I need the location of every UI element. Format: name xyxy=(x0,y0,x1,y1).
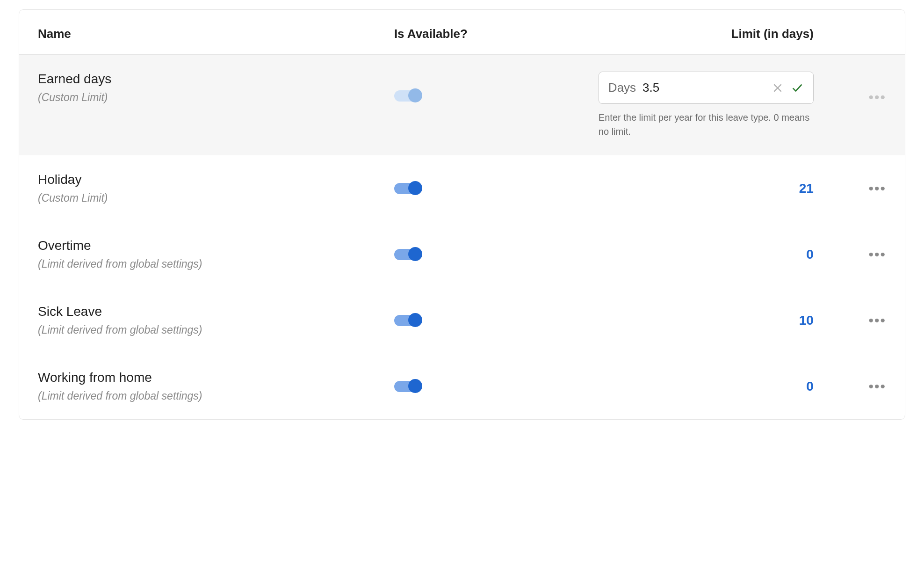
leave-subtitle: (Custom Limit) xyxy=(38,192,394,204)
available-toggle[interactable] xyxy=(394,90,420,102)
leave-name: Working from home xyxy=(38,370,394,385)
table-row: Holiday (Custom Limit) 21 ••• xyxy=(19,155,905,221)
cancel-icon[interactable] xyxy=(771,81,784,95)
available-toggle[interactable] xyxy=(394,249,420,260)
header-name: Name xyxy=(38,27,71,41)
more-menu-icon[interactable]: ••• xyxy=(868,248,886,262)
table-header: Name Is Available? Limit (in days) xyxy=(19,10,905,55)
leave-name: Earned days xyxy=(38,72,394,87)
confirm-icon[interactable] xyxy=(791,81,804,95)
leave-name: Sick Leave xyxy=(38,304,394,319)
table-row: Sick Leave (Limit derived from global se… xyxy=(19,287,905,353)
limit-value[interactable]: 10 xyxy=(799,313,814,328)
leave-subtitle: (Custom Limit) xyxy=(38,91,394,104)
limit-helper-text: Enter the limit per year for this leave … xyxy=(599,110,814,138)
table-row: Overtime (Limit derived from global sett… xyxy=(19,221,905,287)
limit-value[interactable]: 0 xyxy=(806,379,814,394)
limit-value[interactable]: 21 xyxy=(799,181,814,196)
available-toggle[interactable] xyxy=(394,315,420,326)
leave-subtitle: (Limit derived from global settings) xyxy=(38,390,394,402)
more-menu-icon[interactable]: ••• xyxy=(868,313,886,328)
more-menu-icon[interactable]: ••• xyxy=(868,182,886,196)
leave-name: Overtime xyxy=(38,238,394,253)
table-row: Earned days (Custom Limit) Days 3.5 xyxy=(19,55,905,155)
limit-field-label: Days xyxy=(608,80,636,95)
available-toggle[interactable] xyxy=(394,381,420,392)
leave-subtitle: (Limit derived from global settings) xyxy=(38,258,394,270)
leave-types-card: Name Is Available? Limit (in days) Earne… xyxy=(19,9,905,420)
limit-value[interactable]: 0 xyxy=(806,247,814,262)
header-limit: Limit (in days) xyxy=(731,27,814,41)
header-available: Is Available? xyxy=(394,27,468,41)
leave-subtitle: (Limit derived from global settings) xyxy=(38,324,394,336)
table-row: Working from home (Limit derived from gl… xyxy=(19,353,905,419)
more-menu-icon[interactable]: ••• xyxy=(868,90,886,104)
limit-edit-box: Days 3.5 xyxy=(599,72,814,104)
more-menu-icon[interactable]: ••• xyxy=(868,379,886,394)
available-toggle[interactable] xyxy=(394,183,420,194)
leave-name: Holiday xyxy=(38,172,394,187)
limit-input[interactable]: 3.5 xyxy=(642,80,765,95)
